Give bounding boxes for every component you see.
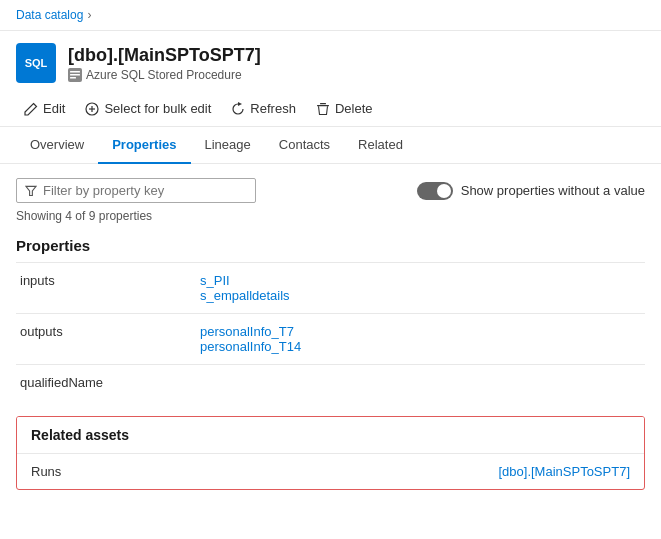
toggle-knob <box>437 184 451 198</box>
delete-button[interactable]: Delete <box>308 97 381 120</box>
show-without-value-toggle[interactable] <box>417 182 453 200</box>
edit-button[interactable]: Edit <box>16 97 73 120</box>
prop-key-outputs: outputs <box>16 314 196 365</box>
properties-section-title: Properties <box>16 237 645 254</box>
refresh-label: Refresh <box>250 101 296 116</box>
prop-val-qualifiedname <box>196 365 645 401</box>
prop-link-personalinfo-t14[interactable]: personalInfo_T14 <box>200 339 641 354</box>
asset-icon-label: SQL <box>25 57 48 69</box>
asset-icon: SQL <box>16 43 56 83</box>
table-row: outputs personalInfo_T7 personalInfo_T14 <box>16 314 645 365</box>
prop-key-qualifiedname: qualifiedName <box>16 365 196 401</box>
filter-input-wrap[interactable] <box>16 178 256 203</box>
filter-icon <box>25 184 37 197</box>
bulk-edit-button[interactable]: Select for bulk edit <box>77 97 219 120</box>
tab-properties[interactable]: Properties <box>98 127 190 164</box>
prop-val-inputs: s_PII s_empalldetails <box>196 263 645 314</box>
tabs-bar: Overview Properties Lineage Contacts Rel… <box>0 127 661 164</box>
svg-rect-3 <box>70 77 76 79</box>
prop-key-inputs: inputs <box>16 263 196 314</box>
related-assets-title: Related assets <box>17 417 644 454</box>
plus-circle-icon <box>85 102 99 116</box>
related-row-val-runs[interactable]: [dbo].[MainSPToSPT7] <box>498 464 630 479</box>
content-area: Show properties without a value Showing … <box>0 164 661 504</box>
filter-row: Show properties without a value <box>16 178 645 203</box>
svg-rect-1 <box>70 71 80 73</box>
edit-icon <box>24 102 38 116</box>
asset-type-icon <box>68 68 82 82</box>
edit-label: Edit <box>43 101 65 116</box>
asset-subtitle: Azure SQL Stored Procedure <box>68 68 261 82</box>
breadcrumb-link[interactable]: Data catalog <box>16 8 83 22</box>
related-row-key-runs: Runs <box>31 464 111 479</box>
delete-label: Delete <box>335 101 373 116</box>
prop-link-personalinfo-t7[interactable]: personalInfo_T7 <box>200 324 641 339</box>
filter-input[interactable] <box>43 183 247 198</box>
toggle-row: Show properties without a value <box>417 182 645 200</box>
refresh-icon <box>231 102 245 116</box>
asset-subtitle-text: Azure SQL Stored Procedure <box>86 68 242 82</box>
toolbar: Edit Select for bulk edit Refresh Delete <box>0 91 661 127</box>
svg-marker-9 <box>26 186 36 195</box>
table-row: qualifiedName <box>16 365 645 401</box>
bulk-edit-label: Select for bulk edit <box>104 101 211 116</box>
asset-header: SQL [dbo].[MainSPToSPT7] Azure SQL Store… <box>0 31 661 91</box>
svg-rect-7 <box>317 105 329 106</box>
related-assets-box: Related assets Runs [dbo].[MainSPToSPT7] <box>16 416 645 490</box>
tab-contacts[interactable]: Contacts <box>265 127 344 164</box>
prop-link-s-pii[interactable]: s_PII <box>200 273 641 288</box>
toggle-label: Show properties without a value <box>461 183 645 198</box>
svg-rect-2 <box>70 74 80 76</box>
properties-table: inputs s_PII s_empalldetails outputs per… <box>16 262 645 400</box>
tab-related[interactable]: Related <box>344 127 417 164</box>
asset-title: [dbo].[MainSPToSPT7] <box>68 45 261 66</box>
asset-title-group: [dbo].[MainSPToSPT7] Azure SQL Stored Pr… <box>68 45 261 82</box>
tab-lineage[interactable]: Lineage <box>191 127 265 164</box>
showing-count: Showing 4 of 9 properties <box>16 209 645 223</box>
breadcrumb: Data catalog › <box>0 0 661 31</box>
svg-rect-8 <box>320 103 326 104</box>
delete-icon <box>316 102 330 116</box>
related-assets-row: Runs [dbo].[MainSPToSPT7] <box>17 454 644 489</box>
tab-overview[interactable]: Overview <box>16 127 98 164</box>
refresh-button[interactable]: Refresh <box>223 97 304 120</box>
table-row: inputs s_PII s_empalldetails <box>16 263 645 314</box>
breadcrumb-separator: › <box>87 8 91 22</box>
prop-link-s-empalldetails[interactable]: s_empalldetails <box>200 288 641 303</box>
prop-val-outputs: personalInfo_T7 personalInfo_T14 <box>196 314 645 365</box>
